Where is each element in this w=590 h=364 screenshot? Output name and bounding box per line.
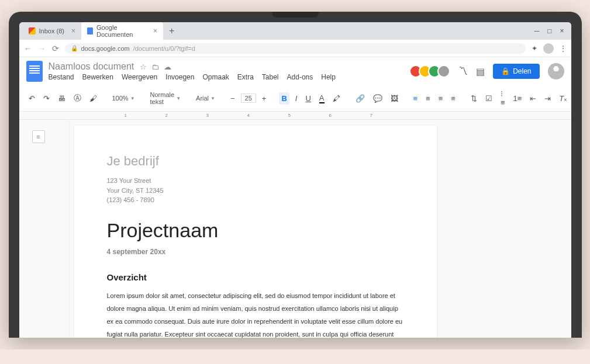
align-left-button[interactable]: ≡ — [411, 92, 420, 105]
vertical-ruler[interactable] — [59, 120, 70, 338]
menu-help[interactable]: Help — [321, 73, 336, 81]
lock-icon: 🔒 — [501, 67, 510, 75]
menu-format[interactable]: Opmaak — [202, 73, 229, 81]
laptop-frame: Inbox (8) × Google Documenten × + ─ □ × … — [9, 12, 582, 338]
menu-table[interactable]: Tabel — [262, 73, 279, 81]
activity-icon[interactable]: 〽 — [458, 66, 468, 77]
menu-bar: Bestand Bewerken Weergeven Invoegen Opma… — [49, 73, 408, 81]
bold-button[interactable]: B — [279, 92, 289, 105]
address-bar: ← → ⟳ 🔒 docs.google.com/document/u/0/?tg… — [19, 40, 571, 57]
menu-view[interactable]: Weergeven — [122, 73, 157, 81]
comments-icon[interactable]: ▤ — [476, 66, 485, 77]
indent-left-button[interactable]: ⇤ — [527, 92, 539, 105]
docs-icon — [87, 27, 93, 34]
menu-icon[interactable]: ⋮ — [560, 44, 567, 53]
print-button[interactable]: 🖶 — [56, 92, 68, 105]
font-size-value[interactable]: 25 — [241, 93, 256, 103]
horizontal-ruler[interactable]: 1 2 3 4 5 6 7 — [19, 112, 571, 120]
document-title[interactable]: Naamloos document — [49, 61, 134, 72]
font-size-minus[interactable]: − — [228, 92, 237, 105]
url-input[interactable]: 🔒 docs.google.com/document/u/0/?tgif=d — [65, 43, 526, 54]
align-right-button[interactable]: ≡ — [436, 92, 446, 105]
menu-insert[interactable]: Invoegen — [165, 73, 194, 81]
font-select[interactable]: Arial▼ — [194, 93, 218, 103]
address-block[interactable]: 123 Your Street Your City, ST 12345 (123… — [107, 176, 404, 205]
project-title[interactable]: Projectnaam — [107, 219, 404, 242]
text-color-button[interactable]: A — [317, 92, 327, 105]
style-select[interactable]: Normale tekst▼ — [148, 90, 184, 106]
line-spacing-button[interactable]: ⇅ — [468, 92, 479, 105]
document-date[interactable]: 4 september 20xx — [107, 248, 404, 256]
zoom-select[interactable]: 100%▼ — [110, 93, 137, 103]
paint-format-button[interactable]: 🖌 — [87, 92, 99, 105]
close-icon[interactable]: × — [560, 27, 564, 35]
move-icon[interactable]: 🗀 — [151, 63, 159, 71]
profile-icon[interactable] — [543, 43, 554, 54]
document-page[interactable]: Je bedrijf 123 Your Street Your City, ST… — [74, 126, 437, 338]
address-line: Your City, ST 12345 — [107, 186, 404, 196]
address-line: 123 Your Street — [107, 176, 404, 186]
indent-right-button[interactable]: ⇥ — [542, 92, 553, 105]
highlight-button[interactable]: 🖍 — [330, 92, 343, 105]
align-center-button[interactable]: ≡ — [423, 92, 433, 105]
clear-format-button[interactable]: Tₓ — [557, 92, 570, 105]
share-button[interactable]: 🔒 Delen — [493, 64, 539, 79]
window-controls: ─ □ × — [534, 27, 568, 35]
align-justify-button[interactable]: ≡ — [448, 92, 458, 105]
font-size-plus[interactable]: + — [260, 92, 269, 105]
close-icon[interactable]: × — [153, 27, 157, 35]
redo-button[interactable]: ↷ — [41, 92, 52, 105]
menu-edit[interactable]: Bewerken — [82, 73, 113, 81]
tab-label: Google Documenten — [96, 24, 146, 38]
forward-button[interactable]: → — [38, 44, 46, 53]
cloud-icon[interactable]: ☁ — [164, 63, 171, 71]
header-right: 〽 ▤ 🔒 Delen — [413, 63, 564, 79]
screen: Inbox (8) × Google Documenten × + ─ □ × … — [19, 22, 571, 338]
browser-tab-strip: Inbox (8) × Google Documenten × + ─ □ × — [19, 22, 571, 40]
outline-toggle[interactable]: ≡ — [32, 130, 45, 143]
collaborators[interactable] — [413, 65, 450, 78]
numbered-list-button[interactable]: 1≡ — [510, 92, 524, 105]
title-area: Naamloos document ☆ 🗀 ☁ Bestand Bewerken… — [49, 61, 408, 81]
minimize-icon[interactable]: ─ — [534, 27, 540, 35]
new-tab-button[interactable]: + — [163, 26, 180, 36]
docs-header: Naamloos document ☆ 🗀 ☁ Bestand Bewerken… — [19, 57, 571, 85]
close-icon[interactable]: × — [71, 27, 75, 35]
reload-button[interactable]: ⟳ — [52, 44, 59, 53]
back-button[interactable]: ← — [24, 44, 32, 53]
star-icon[interactable]: ☆ — [140, 63, 147, 71]
menu-file[interactable]: Bestand — [49, 73, 74, 81]
document-area: ≡ Je bedrijf 123 Your Street Your City, … — [19, 120, 571, 338]
url-host: docs.google.com — [81, 45, 130, 52]
company-placeholder[interactable]: Je bedrijf — [107, 154, 404, 169]
menu-extra[interactable]: Extra — [237, 73, 254, 81]
toolbar: ↶ ↷ 🖶 Ⓐ 🖌 100%▼ Normale tekst▼ Arial▼ − … — [19, 85, 571, 112]
address-line: (123) 456 - 7890 — [107, 195, 404, 205]
spellcheck-button[interactable]: Ⓐ — [71, 91, 84, 105]
camera-notch — [272, 12, 319, 18]
underline-button[interactable]: U — [303, 92, 313, 105]
browser-tab-docs[interactable]: Google Documenten × — [81, 22, 163, 40]
italic-button[interactable]: I — [293, 92, 300, 105]
bullet-list-button[interactable]: ⁝≡ — [498, 88, 508, 109]
image-button[interactable]: 🖼 — [388, 92, 401, 105]
lock-icon: 🔒 — [71, 45, 78, 51]
menu-addons[interactable]: Add-ons — [287, 73, 313, 81]
user-avatar[interactable] — [548, 63, 564, 79]
body-paragraph[interactable]: Lorem ipsum dolor sit amet, consectetur … — [107, 289, 404, 338]
tab-label: Inbox (8) — [39, 27, 64, 34]
checklist-button[interactable]: ☑ — [483, 92, 495, 105]
comment-button[interactable]: 💬 — [371, 92, 385, 105]
undo-button[interactable]: ↶ — [26, 92, 37, 105]
gmail-icon — [29, 27, 36, 34]
browser-tab-inbox[interactable]: Inbox (8) × — [23, 25, 81, 37]
extensions-icon[interactable]: ✦ — [532, 44, 537, 53]
section-heading[interactable]: Overzicht — [107, 272, 404, 282]
docs-logo-icon[interactable] — [26, 61, 43, 82]
maximize-icon[interactable]: □ — [547, 27, 551, 35]
share-label: Delen — [513, 67, 531, 75]
url-path: /document/u/0/?tgif=d — [133, 45, 195, 52]
avatar — [437, 65, 450, 78]
link-button[interactable]: 🔗 — [353, 92, 367, 105]
